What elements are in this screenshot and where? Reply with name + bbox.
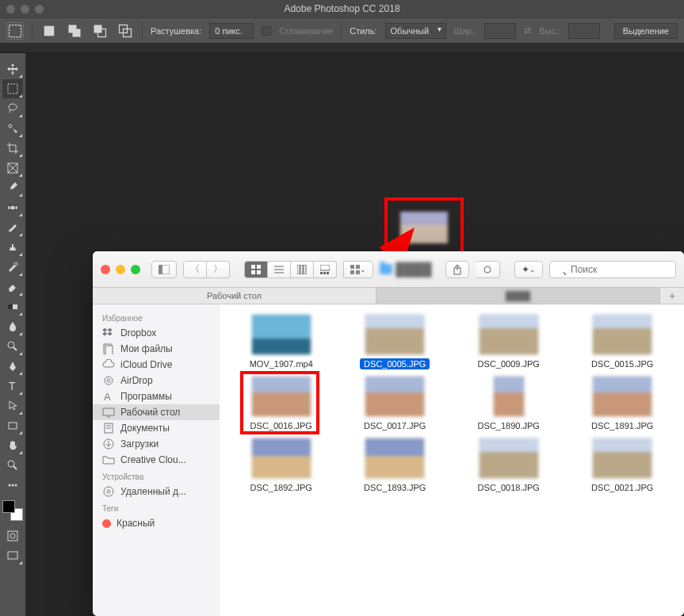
sidebar-item-label: Рабочий стол	[120, 407, 180, 418]
forward-button[interactable]: 〉	[207, 261, 230, 278]
sidebar-item-cloud[interactable]: iCloud Drive	[93, 357, 220, 373]
marquee-tool[interactable]	[2, 79, 23, 98]
height-label: Выс.:	[539, 26, 560, 36]
select-and-mask-button[interactable]: Выделение	[614, 23, 678, 39]
antialias-checkbox	[262, 26, 271, 36]
file-item[interactable]: DSC_0005.JPG	[340, 314, 451, 369]
swap-icon: ⇄	[524, 25, 531, 36]
eyedropper-tool[interactable]	[2, 178, 23, 197]
style-select[interactable]: Обычный	[385, 23, 446, 39]
folder-icon	[102, 454, 115, 465]
file-item[interactable]: DSC_0017.JPG	[340, 376, 451, 431]
path-select-tool[interactable]	[2, 396, 23, 415]
window-minimize-button[interactable]	[21, 5, 29, 13]
svg-point-22	[15, 484, 17, 487]
history-brush-tool[interactable]	[2, 258, 23, 277]
feather-input[interactable]	[209, 23, 254, 39]
eraser-tool[interactable]	[2, 277, 23, 297]
file-item[interactable]: DSC_0009.JPG	[453, 314, 564, 369]
file-name: DSC_1891.JPG	[587, 420, 657, 431]
sidebar-toggle-button[interactable]	[151, 261, 177, 278]
tab-desktop[interactable]: Рабочий стол	[93, 288, 376, 304]
finder-maximize-button[interactable]	[131, 265, 140, 274]
file-item[interactable]: DSC_0016.JPG	[226, 376, 337, 431]
finder-window: 〈 〉 ⌄ ████ ✦ ⌄ Рабочий стол ████ + Избра…	[93, 251, 684, 616]
file-item[interactable]: DSC_1891.JPG	[567, 376, 678, 431]
quickmask-icon[interactable]	[2, 526, 23, 545]
favorites-header: Избранное	[93, 309, 220, 325]
crop-tool[interactable]	[2, 139, 23, 158]
type-tool[interactable]: T	[2, 377, 23, 396]
gallery-view-button[interactable]	[314, 261, 337, 278]
quick-select-tool[interactable]	[2, 119, 23, 138]
brush-tool[interactable]	[2, 218, 23, 237]
tool-preset-icon[interactable]	[6, 22, 24, 40]
file-name: DSC_0017.JPG	[360, 420, 430, 431]
path-display[interactable]: ████	[380, 262, 431, 277]
sidebar-item-airdrop[interactable]: AirDrop	[93, 373, 220, 388]
downloads-icon	[102, 438, 115, 450]
pen-tool[interactable]	[2, 357, 23, 376]
sidebar-item-device[interactable]: Удаленный д...	[93, 484, 220, 499]
files-icon	[102, 343, 115, 354]
blur-tool[interactable]	[2, 317, 23, 336]
file-item[interactable]: DSC_1892.JPG	[226, 438, 337, 493]
lasso-tool[interactable]	[2, 99, 23, 118]
window-maximize-button[interactable]	[35, 5, 44, 13]
file-grid[interactable]: MOV_1907.mp4DSC_0005.JPGDSC_0009.JPGDSC_…	[220, 304, 684, 616]
file-item[interactable]: DSC_0021.JPG	[567, 438, 678, 493]
healing-brush-tool[interactable]	[2, 198, 23, 217]
file-item[interactable]: DSC_1890.JPG	[453, 376, 564, 431]
tab-current[interactable]: ████	[376, 288, 660, 304]
color-swatches[interactable]	[2, 500, 23, 521]
rectangle-tool[interactable]	[2, 416, 23, 435]
add-selection-icon[interactable]	[66, 22, 83, 40]
clone-stamp-tool[interactable]	[2, 238, 23, 257]
finder-toolbar: 〈 〉 ⌄ ████ ✦ ⌄	[93, 251, 684, 288]
sidebar-item-apps[interactable]: AПрограммы	[93, 388, 220, 404]
svg-rect-46	[350, 270, 354, 274]
file-item[interactable]: DSC_0018.JPG	[453, 438, 564, 493]
sidebar-item-docs[interactable]: Документы	[93, 420, 220, 436]
svg-rect-32	[251, 270, 255, 274]
search-input[interactable]	[549, 261, 676, 278]
sidebar-item-downloads[interactable]: Загрузки	[93, 436, 220, 452]
edit-toolbar-icon[interactable]	[2, 476, 23, 495]
zoom-tool[interactable]	[2, 456, 23, 475]
sidebar-item-label: Dropbox	[120, 327, 156, 339]
file-thumbnail	[365, 314, 425, 355]
hand-tool[interactable]	[2, 436, 23, 455]
dodge-tool[interactable]	[2, 337, 23, 356]
sidebar-item-files[interactable]: Мои файлы	[93, 341, 220, 357]
finder-close-button[interactable]	[101, 265, 110, 274]
finder-minimize-button[interactable]	[116, 265, 125, 274]
sidebar-tag[interactable]: Красный	[93, 515, 220, 531]
move-tool[interactable]	[2, 59, 23, 78]
sidebar-item-dropbox[interactable]: Dropbox	[93, 325, 220, 341]
group-button[interactable]: ⌄	[343, 261, 373, 278]
tags-header: Теги	[93, 499, 220, 515]
file-item[interactable]: DSC_0015.JPG	[567, 314, 678, 369]
file-item[interactable]: DSC_1893.JPG	[340, 438, 451, 493]
file-item[interactable]: MOV_1907.mp4	[226, 314, 337, 369]
screenmode-icon[interactable]	[2, 546, 23, 565]
intersect-selection-icon[interactable]	[117, 22, 134, 40]
file-name: DSC_0021.JPG	[587, 482, 657, 493]
sidebar-item-desktop[interactable]: Рабочий стол	[93, 404, 220, 420]
column-view-button[interactable]	[291, 261, 314, 278]
list-view-button[interactable]	[268, 261, 291, 278]
tags-button[interactable]	[476, 261, 500, 278]
window-close-button[interactable]	[6, 5, 15, 13]
icon-view-button[interactable]	[244, 261, 268, 278]
frame-tool[interactable]	[2, 159, 23, 178]
back-button[interactable]: 〈	[183, 261, 207, 278]
new-selection-icon[interactable]	[40, 22, 58, 40]
share-button[interactable]	[445, 261, 469, 278]
gradient-tool[interactable]	[2, 297, 23, 316]
new-tab-button[interactable]: +	[660, 288, 684, 304]
sidebar-item-folder[interactable]: Creative Clou...	[93, 452, 220, 468]
file-thumbnail	[479, 438, 539, 479]
dropbox-button[interactable]: ✦ ⌄	[514, 261, 543, 278]
sidebar-item-label: Красный	[117, 518, 155, 529]
subtract-selection-icon[interactable]	[91, 22, 109, 40]
